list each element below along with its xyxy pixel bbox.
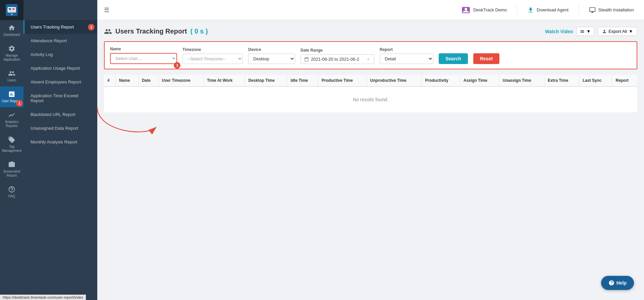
filter-name-label: Name bbox=[110, 47, 177, 51]
sidebar-logo bbox=[0, 0, 23, 20]
tag-icon bbox=[8, 136, 15, 143]
monitor-icon bbox=[589, 7, 596, 13]
no-results-message: No results found. bbox=[104, 86, 637, 112]
person-icon bbox=[602, 29, 607, 34]
annotation-2: 2 bbox=[88, 24, 95, 31]
main-area: ☰ DeskTrack Demo Download Agent Stealth … bbox=[97, 0, 644, 300]
submenu-item-label: Attendance Report bbox=[31, 38, 67, 43]
filter-name-select[interactable]: Select User.... bbox=[110, 53, 177, 64]
sidebar-item-manage-application[interactable]: Manage Application bbox=[0, 41, 23, 66]
no-results-row: No results found. bbox=[104, 86, 637, 112]
filter-report-group: Report Detail bbox=[380, 47, 433, 64]
filter-date-range-input[interactable]: 2021-06-20 to 2021-06-2 bbox=[301, 54, 374, 64]
col-productivity: Productivity bbox=[422, 75, 460, 86]
col-report: Report bbox=[612, 75, 637, 86]
submenu-item-unassigned-data-report[interactable]: Unassigned Data Report bbox=[23, 121, 97, 135]
analytics-icon bbox=[8, 111, 15, 119]
users-icon bbox=[8, 70, 15, 77]
menu-hamburger-icon[interactable]: ☰ bbox=[104, 6, 109, 14]
page-title: Users Tracking Report ( 0 s ) bbox=[104, 27, 208, 36]
submenu-item-label: Unassigned Data Report bbox=[31, 126, 78, 131]
col-date: Date bbox=[138, 75, 158, 86]
stealth-installation-action[interactable]: Stealth Installation bbox=[586, 5, 637, 15]
sidebar-item-tag-management[interactable]: Tag Management bbox=[0, 132, 23, 157]
submenu-panel: Users Tracking Report 2 Attendance Repor… bbox=[23, 0, 97, 300]
col-hash: # bbox=[104, 75, 115, 86]
sidebar-item-tag-management-label: Tag Management bbox=[1, 145, 22, 153]
sidebar-item-screenshot-report[interactable]: Screenshot Report bbox=[0, 157, 23, 182]
download-icon bbox=[527, 7, 534, 13]
camera-icon bbox=[8, 161, 15, 168]
topbar: ☰ DeskTrack Demo Download Agent Stealth … bbox=[97, 0, 644, 20]
submenu-item-label: Users Tracking Report bbox=[31, 24, 74, 29]
sidebar-item-analytics-reports-label: Analytics Reports bbox=[1, 120, 22, 128]
home-icon bbox=[8, 24, 15, 32]
download-agent-label: Download Agent bbox=[537, 7, 569, 12]
gear-icon bbox=[8, 45, 15, 52]
submenu-item-label: Activity Log bbox=[31, 52, 53, 57]
page-count: ( 0 s ) bbox=[190, 27, 208, 35]
sidebar-item-faq[interactable]: FAQ bbox=[0, 182, 23, 202]
download-agent-action[interactable]: Download Agent bbox=[524, 5, 572, 15]
filter-report-label: Report bbox=[380, 47, 433, 52]
search-button[interactable]: Search bbox=[439, 53, 468, 64]
filter-bar: Name Select User.... 3 Timezone --Select… bbox=[104, 41, 637, 69]
sidebar: Dashboard Manage Application Users User … bbox=[0, 0, 23, 300]
help-label: Help bbox=[616, 280, 627, 286]
export-all-button[interactable]: Export All ▼ bbox=[598, 27, 637, 36]
sidebar-item-dashboard[interactable]: Dashboard bbox=[0, 20, 23, 41]
col-user-timezone: User Timezone bbox=[158, 75, 203, 86]
calendar-icon bbox=[304, 57, 309, 62]
filter-name-group: Name Select User.... 3 bbox=[110, 47, 177, 64]
col-productive-time: Productive Time bbox=[318, 75, 367, 86]
col-time-at-work: Time At Work bbox=[203, 75, 245, 86]
list-view-button[interactable]: ▼ bbox=[576, 27, 594, 36]
submenu-item-monthly-analysis-report[interactable]: Monthly Analysis Report bbox=[23, 135, 97, 149]
col-assign-time: Assign Time bbox=[460, 75, 499, 86]
stealth-installation-label: Stealth Installation bbox=[598, 7, 634, 12]
chevron-down-date-icon bbox=[366, 57, 371, 62]
filter-device-label: Device bbox=[248, 47, 295, 52]
export-all-label: Export All bbox=[608, 29, 627, 34]
filter-report-select[interactable]: Detail bbox=[380, 54, 433, 64]
question-icon bbox=[8, 186, 15, 193]
submenu-item-absent-employees-report[interactable]: Absent Employees Report bbox=[23, 75, 97, 89]
submenu-item-label: Blacklisted URL Report bbox=[31, 112, 75, 117]
users-page-icon bbox=[104, 27, 112, 36]
col-desktop-time: Desktop Time bbox=[245, 75, 287, 86]
date-range-value: 2021-06-20 to 2021-06-2 bbox=[311, 57, 359, 62]
col-extra-time: Extra Time bbox=[544, 75, 579, 86]
svg-rect-1 bbox=[7, 7, 16, 12]
sidebar-item-users[interactable]: Users bbox=[0, 66, 23, 86]
sidebar-item-analytics-reports[interactable]: Analytics Reports bbox=[0, 107, 23, 132]
col-unassign-time: Unassign Time bbox=[499, 75, 544, 86]
help-button[interactable]: Help bbox=[601, 276, 634, 290]
submenu-item-application-usage-report[interactable]: Application Usage Report bbox=[23, 61, 97, 75]
sidebar-item-user-reports[interactable]: User Reports 1 bbox=[0, 86, 23, 107]
submenu-item-application-time-exceed-report[interactable]: Application Time Exceed Report bbox=[23, 89, 97, 108]
sidebar-item-manage-application-label: Manage Application bbox=[1, 54, 22, 62]
chart-bar-icon bbox=[8, 91, 15, 98]
submenu-item-users-tracking-report[interactable]: Users Tracking Report 2 bbox=[23, 20, 97, 34]
filter-date-range-label: Date Range bbox=[301, 48, 374, 53]
sidebar-item-faq-label: FAQ bbox=[8, 194, 15, 198]
submenu-item-blacklisted-url-report[interactable]: Blacklisted URL Report bbox=[23, 108, 97, 121]
submenu-item-label: Monthly Analysis Report bbox=[31, 139, 77, 144]
filter-device-group: Device Desktop bbox=[248, 47, 295, 64]
tracking-report-table: # Name Date User Timezone Time At Work D… bbox=[104, 75, 637, 112]
submenu-item-label: Absent Employees Report bbox=[31, 79, 81, 84]
page-header-actions: Watch Video ▼ Export All ▼ bbox=[545, 27, 637, 36]
watch-video-button[interactable]: Watch Video bbox=[545, 29, 573, 34]
filter-device-select[interactable]: Desktop bbox=[248, 54, 295, 64]
filter-timezone-select[interactable]: --Select Timezone-- bbox=[182, 54, 243, 64]
svg-rect-2 bbox=[9, 8, 11, 10]
list-icon bbox=[580, 29, 585, 34]
desktrack-demo-section: DeskTrack Demo bbox=[458, 3, 510, 17]
content-area: Users Tracking Report ( 0 s ) Watch Vide… bbox=[97, 20, 644, 300]
page-header: Users Tracking Report ( 0 s ) Watch Vide… bbox=[104, 27, 637, 36]
url-bar: https://desktrack.timentask.com/user-rep… bbox=[0, 295, 86, 300]
submenu-item-attendance-report[interactable]: Attendance Report bbox=[23, 34, 97, 48]
annotation-1: 1 bbox=[16, 100, 23, 107]
submenu-item-activity-log[interactable]: Activity Log bbox=[23, 48, 97, 61]
reset-button[interactable]: Reset bbox=[473, 53, 499, 64]
